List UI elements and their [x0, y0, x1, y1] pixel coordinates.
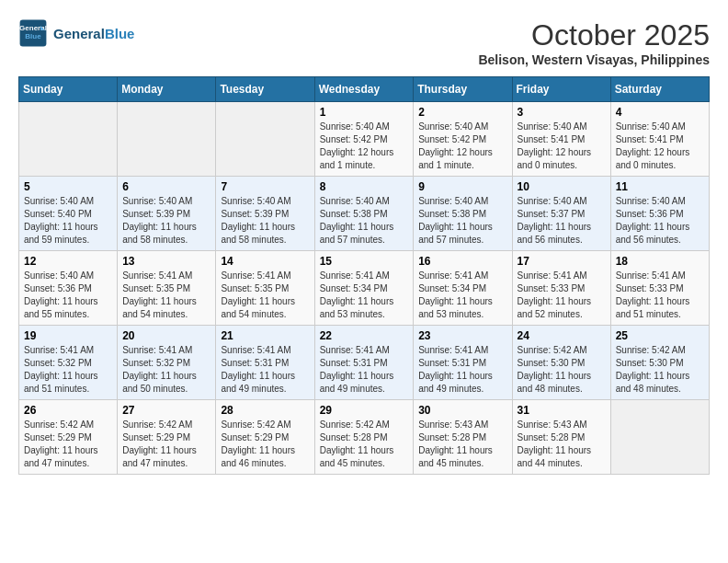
day-number: 18	[616, 255, 704, 268]
calendar-cell	[19, 102, 118, 177]
logo-icon: General Blue	[18, 18, 48, 48]
calendar-cell: 15Sunrise: 5:41 AM Sunset: 5:34 PM Dayli…	[314, 251, 414, 326]
title-area: October 2025 Belison, Western Visayas, P…	[478, 18, 710, 67]
day-info: Sunrise: 5:41 AM Sunset: 5:33 PM Dayligh…	[616, 270, 704, 321]
day-info: Sunrise: 5:40 AM Sunset: 5:39 PM Dayligh…	[221, 195, 309, 247]
day-number: 29	[320, 404, 409, 417]
day-number: 31	[518, 404, 606, 417]
day-info: Sunrise: 5:40 AM Sunset: 5:41 PM Dayligh…	[616, 121, 704, 172]
weekday-header: Wednesday	[314, 77, 414, 102]
calendar-cell: 6Sunrise: 5:40 AM Sunset: 5:39 PM Daylig…	[118, 177, 216, 251]
day-number: 28	[221, 404, 309, 417]
calendar-cell: 9Sunrise: 5:40 AM Sunset: 5:38 PM Daylig…	[414, 177, 512, 251]
day-info: Sunrise: 5:40 AM Sunset: 5:39 PM Dayligh…	[122, 195, 210, 247]
day-info: Sunrise: 5:41 AM Sunset: 5:32 PM Dayligh…	[122, 344, 210, 396]
calendar-cell: 23Sunrise: 5:41 AM Sunset: 5:31 PM Dayli…	[414, 326, 512, 400]
day-info: Sunrise: 5:40 AM Sunset: 5:36 PM Dayligh…	[24, 270, 112, 321]
day-number: 4	[616, 106, 704, 119]
calendar-cell: 5Sunrise: 5:40 AM Sunset: 5:40 PM Daylig…	[19, 177, 118, 251]
day-number: 9	[418, 180, 506, 193]
calendar-cell: 3Sunrise: 5:40 AM Sunset: 5:41 PM Daylig…	[512, 102, 610, 177]
day-info: Sunrise: 5:42 AM Sunset: 5:30 PM Dayligh…	[518, 344, 606, 396]
calendar-cell: 21Sunrise: 5:41 AM Sunset: 5:31 PM Dayli…	[216, 326, 314, 400]
day-number: 6	[122, 180, 210, 193]
day-info: Sunrise: 5:40 AM Sunset: 5:42 PM Dayligh…	[418, 121, 506, 172]
svg-text:General: General	[19, 24, 47, 32]
day-info: Sunrise: 5:42 AM Sunset: 5:29 PM Dayligh…	[122, 419, 210, 470]
month-title: October 2025	[478, 18, 710, 52]
calendar-cell: 17Sunrise: 5:41 AM Sunset: 5:33 PM Dayli…	[512, 251, 610, 326]
weekday-header: Thursday	[414, 77, 512, 102]
day-info: Sunrise: 5:42 AM Sunset: 5:30 PM Dayligh…	[616, 344, 704, 396]
calendar-cell: 1Sunrise: 5:40 AM Sunset: 5:42 PM Daylig…	[314, 102, 414, 177]
day-number: 11	[616, 180, 704, 193]
calendar-cell	[118, 102, 216, 177]
day-number: 21	[221, 329, 309, 342]
day-info: Sunrise: 5:41 AM Sunset: 5:31 PM Dayligh…	[221, 344, 309, 396]
day-number: 15	[320, 255, 409, 268]
calendar-cell: 22Sunrise: 5:41 AM Sunset: 5:31 PM Dayli…	[314, 326, 414, 400]
calendar-cell: 10Sunrise: 5:40 AM Sunset: 5:37 PM Dayli…	[512, 177, 610, 251]
day-number: 19	[24, 329, 112, 342]
calendar-cell: 25Sunrise: 5:42 AM Sunset: 5:30 PM Dayli…	[610, 326, 709, 400]
calendar-cell: 4Sunrise: 5:40 AM Sunset: 5:41 PM Daylig…	[610, 102, 709, 177]
day-number: 16	[418, 255, 506, 268]
day-info: Sunrise: 5:41 AM Sunset: 5:35 PM Dayligh…	[221, 270, 309, 321]
day-info: Sunrise: 5:42 AM Sunset: 5:29 PM Dayligh…	[221, 419, 309, 470]
calendar-cell: 19Sunrise: 5:41 AM Sunset: 5:32 PM Dayli…	[19, 326, 118, 400]
weekday-header: Sunday	[19, 77, 118, 102]
calendar-cell: 7Sunrise: 5:40 AM Sunset: 5:39 PM Daylig…	[216, 177, 314, 251]
logo-text: GeneralBlue	[53, 26, 134, 41]
day-info: Sunrise: 5:40 AM Sunset: 5:40 PM Dayligh…	[24, 195, 112, 247]
page-header: General Blue GeneralBlue October 2025 Be…	[18, 18, 710, 67]
calendar-cell: 18Sunrise: 5:41 AM Sunset: 5:33 PM Dayli…	[610, 251, 709, 326]
day-info: Sunrise: 5:41 AM Sunset: 5:34 PM Dayligh…	[418, 270, 506, 321]
day-info: Sunrise: 5:43 AM Sunset: 5:28 PM Dayligh…	[418, 419, 506, 470]
calendar-cell: 16Sunrise: 5:41 AM Sunset: 5:34 PM Dayli…	[414, 251, 512, 326]
day-number: 2	[418, 106, 506, 119]
calendar-cell: 12Sunrise: 5:40 AM Sunset: 5:36 PM Dayli…	[19, 251, 118, 326]
calendar-cell: 29Sunrise: 5:42 AM Sunset: 5:28 PM Dayli…	[314, 400, 414, 475]
weekday-header: Friday	[512, 77, 610, 102]
calendar-cell: 31Sunrise: 5:43 AM Sunset: 5:28 PM Dayli…	[512, 400, 610, 475]
calendar-header-row: SundayMondayTuesdayWednesdayThursdayFrid…	[19, 77, 710, 102]
calendar-cell: 13Sunrise: 5:41 AM Sunset: 5:35 PM Dayli…	[118, 251, 216, 326]
day-number: 20	[122, 329, 210, 342]
day-number: 17	[518, 255, 606, 268]
day-info: Sunrise: 5:41 AM Sunset: 5:34 PM Dayligh…	[320, 270, 409, 321]
day-number: 22	[320, 329, 409, 342]
day-number: 13	[122, 255, 210, 268]
day-info: Sunrise: 5:40 AM Sunset: 5:36 PM Dayligh…	[616, 195, 704, 247]
day-number: 26	[24, 404, 112, 417]
day-info: Sunrise: 5:42 AM Sunset: 5:29 PM Dayligh…	[24, 419, 112, 470]
day-number: 12	[24, 255, 112, 268]
day-number: 3	[518, 106, 606, 119]
day-number: 23	[418, 329, 506, 342]
day-number: 8	[320, 180, 409, 193]
day-info: Sunrise: 5:40 AM Sunset: 5:38 PM Dayligh…	[320, 195, 409, 247]
day-info: Sunrise: 5:41 AM Sunset: 5:31 PM Dayligh…	[418, 344, 506, 396]
calendar-cell: 20Sunrise: 5:41 AM Sunset: 5:32 PM Dayli…	[118, 326, 216, 400]
calendar-cell: 11Sunrise: 5:40 AM Sunset: 5:36 PM Dayli…	[610, 177, 709, 251]
calendar-cell	[216, 102, 314, 177]
day-number: 7	[221, 180, 309, 193]
calendar-cell: 26Sunrise: 5:42 AM Sunset: 5:29 PM Dayli…	[19, 400, 118, 475]
day-number: 10	[518, 180, 606, 193]
day-number: 24	[518, 329, 606, 342]
calendar-cell: 8Sunrise: 5:40 AM Sunset: 5:38 PM Daylig…	[314, 177, 414, 251]
day-info: Sunrise: 5:41 AM Sunset: 5:32 PM Dayligh…	[24, 344, 112, 396]
day-info: Sunrise: 5:42 AM Sunset: 5:28 PM Dayligh…	[320, 419, 409, 470]
calendar-cell: 27Sunrise: 5:42 AM Sunset: 5:29 PM Dayli…	[118, 400, 216, 475]
calendar-cell: 2Sunrise: 5:40 AM Sunset: 5:42 PM Daylig…	[414, 102, 512, 177]
day-number: 27	[122, 404, 210, 417]
weekday-header: Tuesday	[216, 77, 314, 102]
day-info: Sunrise: 5:40 AM Sunset: 5:41 PM Dayligh…	[518, 121, 606, 172]
day-info: Sunrise: 5:40 AM Sunset: 5:38 PM Dayligh…	[418, 195, 506, 247]
day-info: Sunrise: 5:41 AM Sunset: 5:35 PM Dayligh…	[122, 270, 210, 321]
day-info: Sunrise: 5:40 AM Sunset: 5:37 PM Dayligh…	[518, 195, 606, 247]
day-info: Sunrise: 5:41 AM Sunset: 5:31 PM Dayligh…	[320, 344, 409, 396]
day-info: Sunrise: 5:43 AM Sunset: 5:28 PM Dayligh…	[518, 419, 606, 470]
day-number: 1	[320, 106, 409, 119]
calendar-cell: 30Sunrise: 5:43 AM Sunset: 5:28 PM Dayli…	[414, 400, 512, 475]
weekday-header: Saturday	[610, 77, 709, 102]
